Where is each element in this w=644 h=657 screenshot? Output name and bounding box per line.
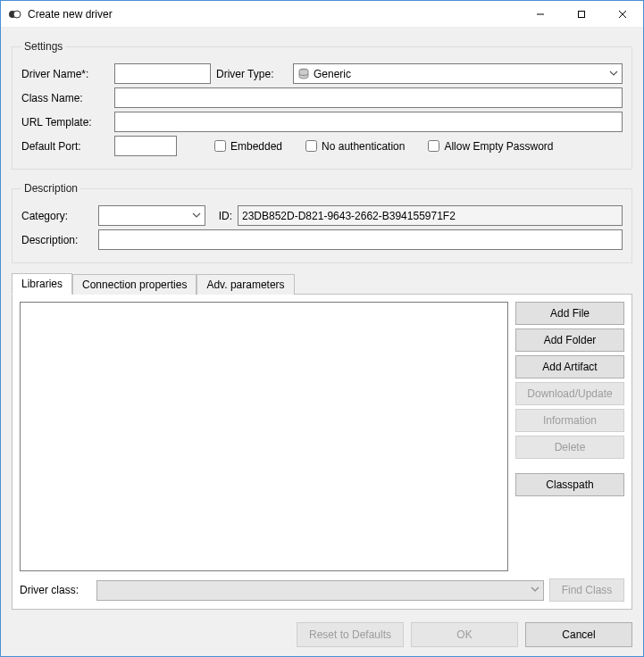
id-label: ID:: [211, 210, 232, 222]
description-input[interactable]: [98, 229, 623, 250]
url-template-label: URL Template:: [21, 116, 109, 129]
driver-name-label: Driver Name*:: [21, 68, 109, 80]
add-artifact-button[interactable]: Add Artifact: [515, 355, 624, 378]
settings-legend: Settings: [21, 40, 65, 53]
description-legend: Description: [21, 182, 80, 195]
allow-empty-pw-label: Allow Empty Password: [444, 140, 553, 153]
allow-empty-pw-checkbox[interactable]: [428, 140, 439, 152]
app-icon: [8, 7, 22, 21]
settings-group: Settings Driver Name*: Driver Type: Gene…: [12, 40, 632, 170]
description-group: Description Category: ID: Description:: [12, 182, 632, 263]
allow-empty-pw-checkbox-wrap[interactable]: Allow Empty Password: [428, 140, 553, 153]
cancel-button[interactable]: Cancel: [525, 622, 632, 647]
class-name-input[interactable]: [114, 87, 623, 108]
information-button: Information: [515, 409, 624, 432]
minimize-button[interactable]: [520, 1, 561, 28]
tab-connection-properties[interactable]: Connection properties: [72, 274, 197, 295]
ok-button: OK: [411, 622, 518, 647]
dialog-footer: Reset to Defaults OK Cancel: [12, 619, 632, 649]
delete-button: Delete: [515, 436, 624, 459]
reset-to-defaults-button: Reset to Defaults: [297, 622, 404, 647]
driver-type-value: Generic: [314, 68, 602, 80]
embedded-checkbox-wrap[interactable]: Embedded: [214, 140, 282, 153]
tab-adv-parameters[interactable]: Adv. parameters: [197, 274, 294, 295]
chevron-down-icon: [531, 584, 539, 596]
category-label: Category:: [21, 210, 93, 222]
driver-class-label: Driver class:: [20, 584, 91, 596]
noauth-label: No authentication: [322, 140, 405, 153]
embedded-label: Embedded: [230, 140, 282, 153]
default-port-label: Default Port:: [21, 140, 109, 153]
svg-point-1: [13, 11, 21, 18]
driver-type-select[interactable]: Generic: [293, 63, 623, 84]
libraries-list[interactable]: [20, 302, 508, 571]
download-update-button: Download/Update: [515, 382, 624, 405]
noauth-checkbox[interactable]: [305, 140, 317, 152]
titlebar: Create new driver: [1, 1, 643, 28]
add-folder-button[interactable]: Add Folder: [515, 328, 624, 352]
tab-strip: Libraries Connection properties Adv. par…: [12, 272, 632, 294]
id-field: [238, 205, 623, 226]
driver-class-select: [96, 580, 544, 601]
window-title: Create new driver: [28, 8, 113, 21]
class-name-label: Class Name:: [21, 92, 109, 104]
maximize-button[interactable]: [561, 1, 602, 28]
driver-type-label: Driver Type:: [216, 68, 288, 80]
libraries-panel: Add File Add Folder Add Artifact Downloa…: [12, 294, 632, 610]
classpath-button[interactable]: Classpath: [515, 473, 624, 496]
find-class-button: Find Class: [549, 578, 624, 602]
svg-rect-3: [579, 11, 585, 17]
database-icon: [297, 68, 310, 80]
add-file-button[interactable]: Add File: [515, 302, 624, 325]
driver-name-input[interactable]: [114, 63, 211, 84]
chevron-down-icon: [609, 68, 618, 80]
default-port-input[interactable]: [114, 136, 177, 156]
chevron-down-icon: [192, 210, 201, 222]
noauth-checkbox-wrap[interactable]: No authentication: [305, 140, 405, 153]
url-template-input[interactable]: [114, 112, 623, 132]
category-select[interactable]: [98, 205, 205, 226]
description-label: Description:: [21, 234, 93, 246]
close-button[interactable]: [602, 1, 643, 28]
tab-libraries[interactable]: Libraries: [12, 273, 72, 295]
embedded-checkbox[interactable]: [214, 140, 226, 152]
